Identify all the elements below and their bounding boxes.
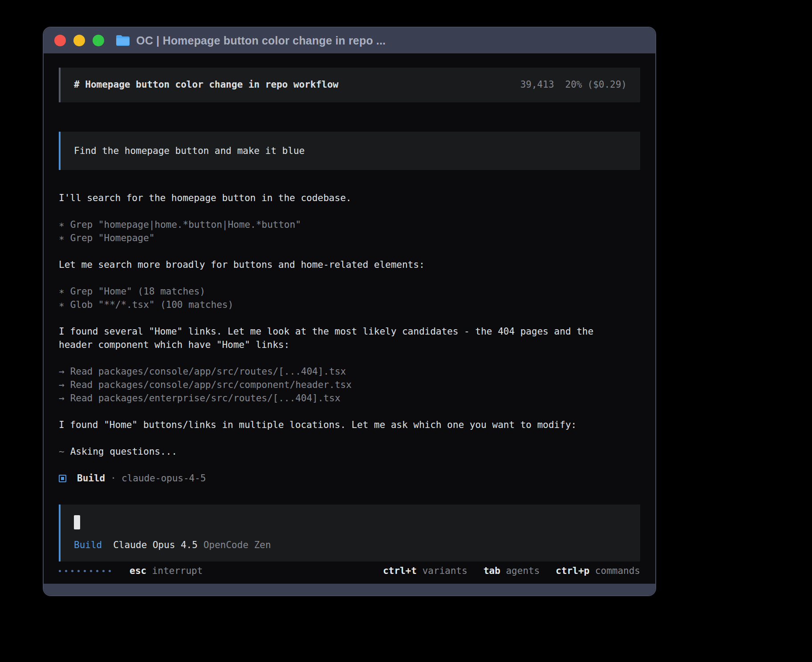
spinner-dot — [84, 570, 86, 572]
assistant-text: I found several "Home" links. Let me loo… — [59, 325, 611, 351]
tool-call-text: Read packages/console/app/src/component/… — [70, 378, 352, 392]
tool-call: ∗ Grep "homepage|home.*button|Home.*butt… — [59, 218, 640, 231]
tool-bullet-icon: ∗ — [59, 298, 65, 311]
read-arrow-icon: → — [59, 365, 65, 378]
shortcut-hints: ctrl+t variants tab agents ctrl+p comman… — [383, 564, 640, 577]
folder-icon — [116, 35, 130, 46]
shortcut-agents: tab agents — [483, 564, 540, 577]
spinner-dot — [71, 570, 73, 572]
tool-call: → Read packages/enterprise/src/routes/[.… — [59, 392, 640, 405]
status-bar: esc interrupt ctrl+t variants tab agents… — [59, 564, 640, 577]
input-provider: OpenCode Zen — [203, 538, 271, 552]
interrupt-key: esc — [130, 565, 146, 576]
text-cursor — [74, 515, 80, 529]
assistant-text: Let me search more broadly for buttons a… — [59, 258, 611, 271]
shortcut-label: commands — [595, 565, 640, 576]
activity-status-text: Asking questions... — [70, 445, 177, 458]
input-model: Claude Opus 4.5 — [113, 538, 198, 552]
tool-bullet-icon: ∗ — [59, 218, 65, 231]
tool-call-text: Grep "homepage|home.*button|Home.*button… — [70, 218, 301, 231]
tool-call: ∗ Grep "Homepage" — [59, 231, 640, 245]
tool-call: ∗ Grep "Home" (18 matches) — [59, 285, 640, 298]
assistant-text: I'll search for the homepage button in t… — [59, 191, 611, 205]
tool-bullet-icon: ∗ — [59, 285, 65, 298]
tool-bullet-icon: ∗ — [59, 231, 65, 245]
tool-call-text: Grep "Homepage" — [70, 231, 155, 245]
read-arrow-icon: → — [59, 378, 65, 392]
session-view: # Homepage button color change in repo w… — [44, 53, 655, 584]
context-percent: 20% — [565, 78, 582, 91]
shortcut-commands: ctrl+p commands — [556, 564, 640, 577]
terminal-window: OC | Homepage button color change in rep… — [43, 27, 656, 596]
tool-call-group: ∗ Grep "Home" (18 matches) ∗ Glob "**/*.… — [59, 285, 640, 311]
prompt-input[interactable]: Build Claude Opus 4.5 OpenCode Zen — [59, 505, 640, 561]
tool-call-text: Glob "**/*.tsx" (100 matches) — [70, 298, 234, 311]
user-message: Find the homepage button and make it blu… — [59, 132, 640, 170]
window-titlebar: OC | Homepage button color change in rep… — [44, 28, 655, 53]
interrupt-label: interrupt — [152, 565, 203, 576]
shortcut-variants: ctrl+t variants — [383, 564, 467, 577]
tool-call-text: Read packages/console/app/src/routes/[..… — [70, 365, 346, 378]
traffic-lights — [54, 35, 104, 46]
agent-separator: · — [110, 472, 116, 485]
activity-spinner — [59, 570, 111, 572]
agent-icon — [59, 475, 66, 482]
close-button[interactable] — [54, 35, 66, 46]
tool-call-text: Grep "Home" (18 matches) — [70, 285, 205, 298]
spinner-dot — [102, 570, 105, 572]
agent-badge: Build · claude-opus-4-5 — [59, 472, 640, 485]
user-message-text: Find the homepage button and make it blu… — [74, 145, 304, 156]
session-header: # Homepage button color change in repo w… — [59, 68, 640, 102]
input-meta: Build Claude Opus 4.5 OpenCode Zen — [74, 538, 627, 552]
token-count: 39,413 — [520, 78, 554, 91]
tool-call: ∗ Glob "**/*.tsx" (100 matches) — [59, 298, 640, 311]
tool-call: → Read packages/console/app/src/componen… — [59, 378, 640, 392]
shortcut-key: ctrl+t — [383, 565, 417, 576]
shortcut-key: tab — [483, 565, 500, 576]
spinner-dot — [59, 570, 61, 572]
tool-call-group: ∗ Grep "homepage|home.*button|Home.*butt… — [59, 218, 640, 245]
maximize-button[interactable] — [93, 35, 104, 46]
assistant-text: I found "Home" buttons/links in multiple… — [59, 418, 611, 432]
window-title: OC | Homepage button color change in rep… — [136, 34, 386, 47]
interrupt-hint: esc interrupt — [130, 564, 203, 577]
minimize-button[interactable] — [73, 35, 85, 46]
spinner-dot — [109, 570, 111, 572]
spinner-dot — [77, 570, 80, 572]
shortcut-key: ctrl+p — [556, 565, 589, 576]
status-tilde-icon: ~ — [59, 445, 65, 458]
session-stats: 39,413 20% ($0.29) — [520, 78, 627, 91]
session-title: # Homepage button color change in repo w… — [74, 78, 338, 91]
spinner-dot — [65, 570, 67, 572]
spinner-dot — [90, 570, 92, 572]
agent-name: Build — [77, 472, 105, 485]
tool-call-text: Read packages/enterprise/src/routes/[...… — [70, 392, 341, 405]
spinner-dot — [96, 570, 98, 572]
shortcut-label: variants — [422, 565, 467, 576]
activity-status: ~ Asking questions... — [59, 445, 611, 458]
tool-call-group: → Read packages/console/app/src/routes/[… — [59, 365, 640, 405]
agent-model: claude-opus-4-5 — [122, 472, 206, 485]
session-cost: ($0.29) — [587, 78, 627, 91]
shortcut-label: agents — [506, 565, 540, 576]
window-bottom-chrome — [44, 584, 655, 595]
read-arrow-icon: → — [59, 392, 65, 405]
tool-call: → Read packages/console/app/src/routes/[… — [59, 365, 640, 378]
input-mode: Build — [74, 538, 102, 552]
